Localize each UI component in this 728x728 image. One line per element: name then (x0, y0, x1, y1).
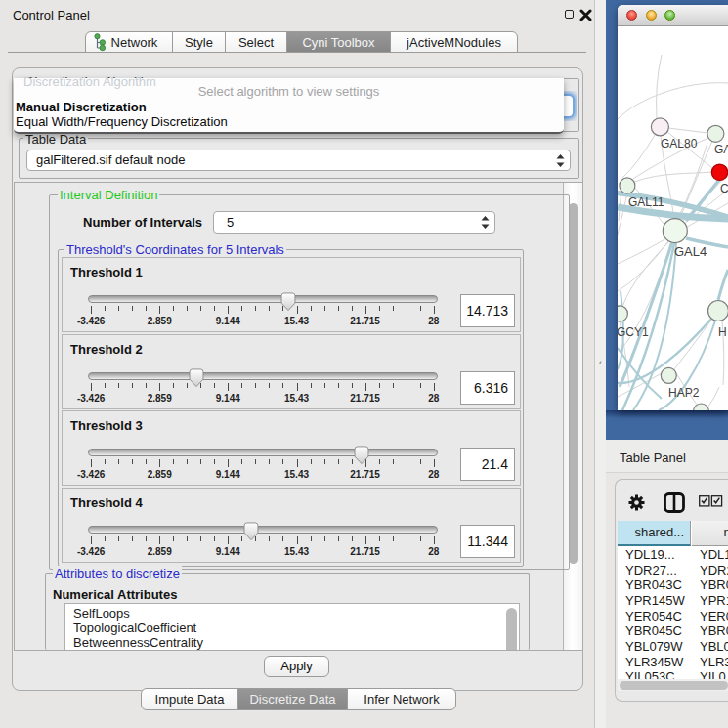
svg-text:HAP2: HAP2 (668, 386, 700, 400)
svg-text:C: C (720, 182, 728, 195)
svg-text:H: H (718, 325, 727, 339)
svg-text:GA: GA (714, 143, 728, 156)
svg-text:GAL80: GAL80 (661, 137, 698, 150)
svg-text:GAL4: GAL4 (674, 244, 707, 259)
svg-text:GCY1: GCY1 (618, 325, 649, 339)
svg-text:GAL11: GAL11 (628, 195, 664, 209)
